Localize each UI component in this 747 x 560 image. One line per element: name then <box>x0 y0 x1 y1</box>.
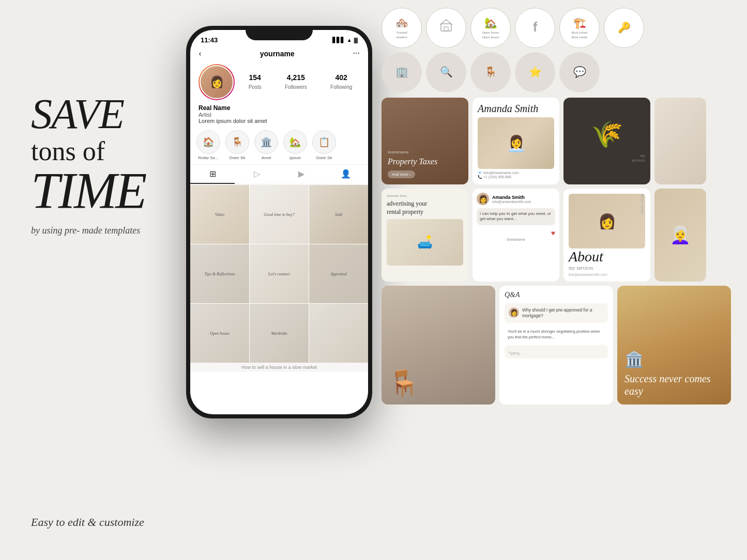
grid-cell-9[interactable] <box>309 304 368 363</box>
highlight-label-2: Dolor Sit <box>230 155 246 160</box>
grid-text-1: Video <box>213 210 226 219</box>
story-circle-keys[interactable]: 🔑 <box>604 8 644 48</box>
grid-cell-4[interactable]: Tips & Reflections <box>190 244 249 303</box>
about-link: link@amandasmith.com <box>569 273 645 276</box>
qa-typing: Typing... <box>505 345 608 359</box>
card-chat-preview[interactable]: 👩 Amanda Smith info@amandasmith.com I ca… <box>472 189 559 282</box>
story-circle-home[interactable] <box>426 8 466 48</box>
story-circle-facebook[interactable]: f <box>515 8 555 48</box>
home-icon <box>439 19 453 36</box>
stars-icon: ⭐ <box>529 65 542 79</box>
highlight-2[interactable]: 🪑 Dolor Sit <box>225 130 249 160</box>
grid-text-5: Let's connect <box>266 270 292 278</box>
tab-video[interactable]: ▶ <box>279 165 324 184</box>
pt-label: brandname <box>388 150 462 154</box>
chat-link: brandname <box>477 238 555 241</box>
ig-bio-text: Lorem ipsum dolor sit amet <box>199 118 360 124</box>
grid-text-7: Open house <box>208 329 232 338</box>
success-text: Success never comes easy <box>624 372 724 397</box>
keys-icon: 🔑 <box>618 21 631 34</box>
story-circle-chair[interactable]: 🪑 <box>470 52 511 92</box>
highlight-3[interactable]: 🏛️ Amet <box>254 130 278 160</box>
card-dark-vase[interactable]: 🌾 myservices <box>563 98 650 184</box>
grid-cell-5[interactable]: Let's connect <box>250 244 309 303</box>
tab-grid[interactable]: ⊞ <box>190 165 235 184</box>
story-circle-stars[interactable]: ⭐ <box>515 52 555 92</box>
qa-title: Q&A <box>505 291 608 299</box>
qa-user-icon: 👩 <box>509 307 519 318</box>
realestate-label: Real estateReal estate <box>572 30 588 40</box>
grid-cell-6[interactable]: Appraisal <box>309 244 368 303</box>
card-amanda-smith[interactable]: Amanda Smith 👩‍💼 📧 info@brandname.com📞 +… <box>472 98 559 184</box>
ig-search-bar[interactable]: How to sell a house in a slow market <box>190 363 368 372</box>
posts-count: 154 <box>249 73 262 82</box>
tab-tagged[interactable]: 👤 <box>324 165 368 184</box>
story-circle-openhouse[interactable]: 🏡 Open houseOpen house <box>470 8 511 48</box>
chat-name-text: Amanda Smith <box>492 195 531 200</box>
about-sub: my services <box>569 265 645 271</box>
building-icon: 🏢 <box>395 65 408 79</box>
grid-text-3: Sold <box>333 210 344 219</box>
about-title: About <box>569 248 645 265</box>
story-circle-building[interactable]: 🏢 <box>382 52 422 92</box>
story-circle-realestate[interactable]: 🏗️ Real estateReal estate <box>559 8 600 48</box>
chat-subtitle: info@amandasmith.com <box>492 200 531 204</box>
grid-text-8: Wardrobe <box>269 329 289 338</box>
phone-screen: 11:43 ▋▋▋ ▲ ▓ ‹ yourname ··· 👩 <box>190 30 368 414</box>
grid-cell-7[interactable]: Open house <box>190 304 249 363</box>
ig-post-grid: Video Good time to buy? Sold Tips & Refl… <box>190 185 368 363</box>
highlight-circle-3: 🏛️ <box>254 130 278 154</box>
chat-avatar: 👩 <box>477 193 489 205</box>
ig-options-button[interactable]: ··· <box>353 48 360 59</box>
card-success[interactable]: 🏛️ Success never comes easy <box>617 286 731 405</box>
highlight-label-1: Rollar Se... <box>198 155 219 160</box>
story-circle-search[interactable]: 🔍 <box>426 52 466 92</box>
interior-decoration: 🪑 <box>388 368 420 398</box>
ig-bio: Real Name Artist Lorem ipsum dolor sit a… <box>190 104 368 128</box>
tab-reels[interactable]: ▷ <box>235 165 279 184</box>
signal-icon: ▋▋▋ <box>332 37 345 43</box>
following-count: 402 <box>330 73 352 82</box>
card-extra2[interactable]: 👩‍🦳 <box>654 189 706 282</box>
chair-icon: 🪑 <box>484 65 497 79</box>
about-side-text: Real estate <box>640 194 645 214</box>
highlight-4[interactable]: 🏡 Ipsum <box>283 130 307 160</box>
followers-count: 4,215 <box>285 73 307 82</box>
bottom-tagline: Easy to edit & customize <box>31 516 144 529</box>
qa-answer: You'll be in a much stronger negotiating… <box>505 326 608 343</box>
card-extra1[interactable] <box>654 98 706 184</box>
headline-subtitle: by using pre- made templates <box>31 224 176 237</box>
search-text: How to sell a house in a slow market <box>241 365 317 370</box>
success-statue: 🏛️ <box>624 350 724 368</box>
highlight-5[interactable]: 📋 Dolor Sit <box>312 130 336 160</box>
card-property-taxes[interactable]: brandname Property Taxes read more › <box>382 98 468 184</box>
card-interior[interactable]: 🪑 <box>382 286 495 405</box>
ig-bio-role: Artist <box>199 112 360 118</box>
ig-back-button[interactable]: ‹ <box>199 48 202 59</box>
story-circles-row2: 🏢 🔍 🪑 ⭐ 💬 <box>377 52 747 98</box>
chat-bubble: I can help you to get what you need, or … <box>477 208 555 225</box>
grid-cell-3[interactable]: Sold <box>309 185 368 244</box>
grid-cell-1[interactable]: Video <box>190 185 249 244</box>
rental-brand: Amanda Smit... <box>387 194 463 198</box>
search-home-icon: 🔍 <box>440 65 453 79</box>
highlight-circle-1: 🏠 <box>196 130 220 154</box>
status-icons: ▋▋▋ ▲ ▓ <box>332 37 358 43</box>
story-circle-vendors[interactable]: 🏘️ Trustedvendors <box>382 8 422 48</box>
highlight-1[interactable]: 🏠 Rollar Se... <box>196 130 220 160</box>
story-circle-chat[interactable]: 💬 <box>559 52 600 92</box>
card-qa[interactable]: Q&A 👩 Why should I get pre-approved for … <box>499 286 613 405</box>
vase-decoration: 🌾 <box>591 119 623 149</box>
vendors-icon: 🏘️ <box>395 16 408 29</box>
highlight-circle-4: 🏡 <box>283 130 307 154</box>
grid-cell-2[interactable]: Good time to buy? <box>250 185 309 244</box>
grid-cell-8[interactable]: Wardrobe <box>250 304 309 363</box>
vase-text: myservices <box>632 153 650 163</box>
chat-name: Amanda Smith info@amandasmith.com <box>492 195 531 204</box>
realestate-icon: 🏗️ <box>573 16 586 29</box>
ig-header: ‹ yourname ··· <box>190 46 368 62</box>
svg-rect-1 <box>444 27 448 31</box>
card-rental-property[interactable]: Amanda Smit... advertising yourrental pr… <box>382 189 468 282</box>
card-about-services[interactable]: Real estate 👩 About my services link@ama… <box>563 189 650 282</box>
battery-icon: ▓ <box>354 37 358 43</box>
